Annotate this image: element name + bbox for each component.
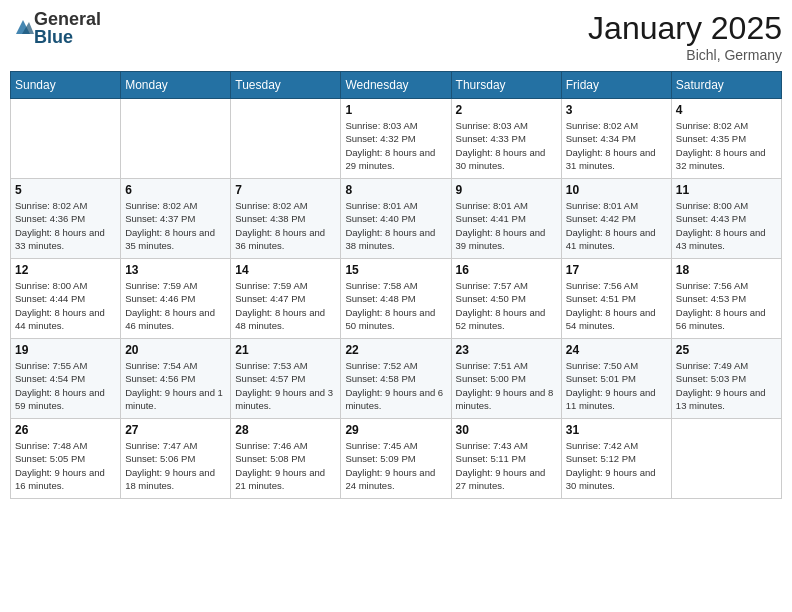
calendar-cell: 10Sunrise: 8:01 AM Sunset: 4:42 PM Dayli… (561, 179, 671, 259)
day-info: Sunrise: 8:02 AM Sunset: 4:36 PM Dayligh… (15, 199, 116, 252)
day-info: Sunrise: 8:02 AM Sunset: 4:38 PM Dayligh… (235, 199, 336, 252)
calendar: SundayMondayTuesdayWednesdayThursdayFrid… (10, 71, 782, 499)
day-info: Sunrise: 7:49 AM Sunset: 5:03 PM Dayligh… (676, 359, 777, 412)
day-info: Sunrise: 8:03 AM Sunset: 4:33 PM Dayligh… (456, 119, 557, 172)
logo-icon (12, 16, 34, 38)
day-number: 12 (15, 263, 116, 277)
calendar-cell: 26Sunrise: 7:48 AM Sunset: 5:05 PM Dayli… (11, 419, 121, 499)
calendar-cell: 28Sunrise: 7:46 AM Sunset: 5:08 PM Dayli… (231, 419, 341, 499)
day-info: Sunrise: 8:01 AM Sunset: 4:40 PM Dayligh… (345, 199, 446, 252)
day-number: 28 (235, 423, 336, 437)
day-number: 10 (566, 183, 667, 197)
calendar-cell: 15Sunrise: 7:58 AM Sunset: 4:48 PM Dayli… (341, 259, 451, 339)
calendar-cell: 25Sunrise: 7:49 AM Sunset: 5:03 PM Dayli… (671, 339, 781, 419)
calendar-week-row: 5Sunrise: 8:02 AM Sunset: 4:36 PM Daylig… (11, 179, 782, 259)
day-number: 2 (456, 103, 557, 117)
calendar-week-row: 26Sunrise: 7:48 AM Sunset: 5:05 PM Dayli… (11, 419, 782, 499)
day-number: 18 (676, 263, 777, 277)
calendar-week-row: 19Sunrise: 7:55 AM Sunset: 4:54 PM Dayli… (11, 339, 782, 419)
calendar-cell: 17Sunrise: 7:56 AM Sunset: 4:51 PM Dayli… (561, 259, 671, 339)
calendar-cell: 12Sunrise: 8:00 AM Sunset: 4:44 PM Dayli… (11, 259, 121, 339)
day-number: 6 (125, 183, 226, 197)
day-number: 19 (15, 343, 116, 357)
day-number: 4 (676, 103, 777, 117)
day-info: Sunrise: 7:48 AM Sunset: 5:05 PM Dayligh… (15, 439, 116, 492)
calendar-cell: 11Sunrise: 8:00 AM Sunset: 4:43 PM Dayli… (671, 179, 781, 259)
day-info: Sunrise: 8:02 AM Sunset: 4:35 PM Dayligh… (676, 119, 777, 172)
calendar-week-row: 12Sunrise: 8:00 AM Sunset: 4:44 PM Dayli… (11, 259, 782, 339)
day-of-week-header: Thursday (451, 72, 561, 99)
calendar-week-row: 1Sunrise: 8:03 AM Sunset: 4:32 PM Daylig… (11, 99, 782, 179)
day-info: Sunrise: 7:58 AM Sunset: 4:48 PM Dayligh… (345, 279, 446, 332)
day-number: 22 (345, 343, 446, 357)
day-number: 7 (235, 183, 336, 197)
day-info: Sunrise: 7:54 AM Sunset: 4:56 PM Dayligh… (125, 359, 226, 412)
day-number: 26 (15, 423, 116, 437)
day-info: Sunrise: 7:51 AM Sunset: 5:00 PM Dayligh… (456, 359, 557, 412)
day-number: 1 (345, 103, 446, 117)
day-info: Sunrise: 8:01 AM Sunset: 4:41 PM Dayligh… (456, 199, 557, 252)
day-number: 3 (566, 103, 667, 117)
month-title: January 2025 (588, 10, 782, 47)
calendar-cell: 13Sunrise: 7:59 AM Sunset: 4:46 PM Dayli… (121, 259, 231, 339)
day-number: 11 (676, 183, 777, 197)
day-info: Sunrise: 8:00 AM Sunset: 4:44 PM Dayligh… (15, 279, 116, 332)
day-info: Sunrise: 8:01 AM Sunset: 4:42 PM Dayligh… (566, 199, 667, 252)
calendar-cell: 31Sunrise: 7:42 AM Sunset: 5:12 PM Dayli… (561, 419, 671, 499)
day-info: Sunrise: 8:03 AM Sunset: 4:32 PM Dayligh… (345, 119, 446, 172)
calendar-cell (231, 99, 341, 179)
calendar-cell: 14Sunrise: 7:59 AM Sunset: 4:47 PM Dayli… (231, 259, 341, 339)
calendar-cell: 7Sunrise: 8:02 AM Sunset: 4:38 PM Daylig… (231, 179, 341, 259)
calendar-cell: 21Sunrise: 7:53 AM Sunset: 4:57 PM Dayli… (231, 339, 341, 419)
logo-text: General Blue (34, 10, 101, 46)
day-info: Sunrise: 7:42 AM Sunset: 5:12 PM Dayligh… (566, 439, 667, 492)
day-of-week-header: Friday (561, 72, 671, 99)
calendar-cell: 2Sunrise: 8:03 AM Sunset: 4:33 PM Daylig… (451, 99, 561, 179)
day-number: 14 (235, 263, 336, 277)
calendar-cell: 24Sunrise: 7:50 AM Sunset: 5:01 PM Dayli… (561, 339, 671, 419)
day-number: 25 (676, 343, 777, 357)
day-number: 30 (456, 423, 557, 437)
day-number: 13 (125, 263, 226, 277)
day-number: 27 (125, 423, 226, 437)
day-info: Sunrise: 7:46 AM Sunset: 5:08 PM Dayligh… (235, 439, 336, 492)
day-info: Sunrise: 7:56 AM Sunset: 4:51 PM Dayligh… (566, 279, 667, 332)
calendar-header-row: SundayMondayTuesdayWednesdayThursdayFrid… (11, 72, 782, 99)
day-info: Sunrise: 7:59 AM Sunset: 4:46 PM Dayligh… (125, 279, 226, 332)
day-number: 17 (566, 263, 667, 277)
logo-general: General (34, 10, 101, 28)
day-info: Sunrise: 7:57 AM Sunset: 4:50 PM Dayligh… (456, 279, 557, 332)
day-number: 21 (235, 343, 336, 357)
day-of-week-header: Wednesday (341, 72, 451, 99)
day-info: Sunrise: 7:59 AM Sunset: 4:47 PM Dayligh… (235, 279, 336, 332)
day-info: Sunrise: 7:43 AM Sunset: 5:11 PM Dayligh… (456, 439, 557, 492)
calendar-cell (121, 99, 231, 179)
calendar-cell: 9Sunrise: 8:01 AM Sunset: 4:41 PM Daylig… (451, 179, 561, 259)
calendar-cell: 6Sunrise: 8:02 AM Sunset: 4:37 PM Daylig… (121, 179, 231, 259)
day-number: 16 (456, 263, 557, 277)
calendar-cell (11, 99, 121, 179)
day-of-week-header: Tuesday (231, 72, 341, 99)
day-info: Sunrise: 7:50 AM Sunset: 5:01 PM Dayligh… (566, 359, 667, 412)
calendar-cell: 19Sunrise: 7:55 AM Sunset: 4:54 PM Dayli… (11, 339, 121, 419)
calendar-cell (671, 419, 781, 499)
title-block: January 2025 Bichl, Germany (588, 10, 782, 63)
day-info: Sunrise: 7:53 AM Sunset: 4:57 PM Dayligh… (235, 359, 336, 412)
day-number: 24 (566, 343, 667, 357)
day-number: 15 (345, 263, 446, 277)
calendar-cell: 30Sunrise: 7:43 AM Sunset: 5:11 PM Dayli… (451, 419, 561, 499)
calendar-cell: 16Sunrise: 7:57 AM Sunset: 4:50 PM Dayli… (451, 259, 561, 339)
day-number: 9 (456, 183, 557, 197)
calendar-cell: 23Sunrise: 7:51 AM Sunset: 5:00 PM Dayli… (451, 339, 561, 419)
page: General Blue January 2025 Bichl, Germany… (0, 0, 792, 612)
calendar-cell: 3Sunrise: 8:02 AM Sunset: 4:34 PM Daylig… (561, 99, 671, 179)
day-info: Sunrise: 8:00 AM Sunset: 4:43 PM Dayligh… (676, 199, 777, 252)
calendar-cell: 29Sunrise: 7:45 AM Sunset: 5:09 PM Dayli… (341, 419, 451, 499)
calendar-cell: 27Sunrise: 7:47 AM Sunset: 5:06 PM Dayli… (121, 419, 231, 499)
day-of-week-header: Saturday (671, 72, 781, 99)
calendar-cell: 1Sunrise: 8:03 AM Sunset: 4:32 PM Daylig… (341, 99, 451, 179)
day-number: 5 (15, 183, 116, 197)
day-info: Sunrise: 7:52 AM Sunset: 4:58 PM Dayligh… (345, 359, 446, 412)
calendar-cell: 18Sunrise: 7:56 AM Sunset: 4:53 PM Dayli… (671, 259, 781, 339)
calendar-cell: 20Sunrise: 7:54 AM Sunset: 4:56 PM Dayli… (121, 339, 231, 419)
